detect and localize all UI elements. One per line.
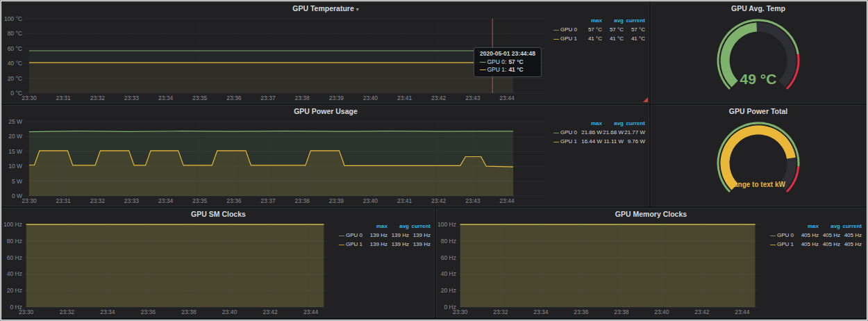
svg-text:23:31: 23:31: [56, 94, 71, 101]
panel-title-text: GPU Temperature: [292, 4, 354, 13]
gpu-power-usage-chart[interactable]: 23:3023:3123:3223:3323:3423:3523:3623:37…: [4, 117, 551, 205]
legend-header-avg[interactable]: avg: [387, 223, 409, 229]
legend-series-gpu1[interactable]: —GPU 1: [770, 241, 798, 247]
legend-avg-value: 405 Hz: [819, 232, 840, 238]
panel-gpu-power-total: GPU Power Total range to text kW: [651, 105, 866, 206]
legend-avg-value: 139 Hz: [387, 241, 409, 247]
legend-avg-value: 405 Hz: [819, 241, 840, 247]
legend-series-gpu0[interactable]: —GPU 0: [770, 232, 798, 238]
svg-text:23:36: 23:36: [574, 308, 589, 315]
chart-tooltip: 2020-05-01 23:44:48 —GPU 0:57 °C —GPU 1:…: [474, 47, 542, 77]
legend-header-current[interactable]: current: [624, 17, 645, 24]
svg-text:10 W: 10 W: [8, 163, 22, 170]
legend-header-max[interactable]: max: [581, 120, 602, 126]
legend-header-max[interactable]: max: [367, 223, 387, 229]
legend-series-gpu0[interactable]: —GPU 0: [339, 232, 367, 238]
svg-text:23:34: 23:34: [158, 94, 174, 101]
gpu-sm-clocks-legend: max avg current —GPU 0 139 Hz 139 Hz 139…: [339, 222, 431, 249]
svg-text:23:40: 23:40: [363, 94, 378, 101]
gpu-memory-clocks-chart[interactable]: 23:3023:3223:3423:3623:3823:4023:4223:44…: [438, 220, 767, 316]
panel-title-gpu-memory-clocks[interactable]: GPU Memory Clocks: [437, 208, 865, 220]
svg-text:5 W: 5 W: [12, 178, 22, 185]
legend-header-max[interactable]: max: [581, 17, 602, 24]
legend-header-current[interactable]: current: [409, 223, 431, 229]
panel-gpu-sm-clocks: GPU SM Clocks 23:3023:3223:3423:3623:382…: [2, 208, 435, 318]
series-color-dash: —: [339, 241, 344, 247]
gpu-memory-clocks-legend: max avg current —GPU 0 405 Hz 405 Hz 405…: [770, 222, 862, 249]
svg-text:40 Hz: 40 Hz: [441, 270, 456, 277]
gpu-power-total-gauge[interactable]: range to text kW: [651, 117, 865, 204]
legend-current-value: 405 Hz: [840, 241, 862, 247]
legend-current-value: 9.76 W: [624, 138, 645, 145]
svg-text:23:37: 23:37: [260, 94, 276, 101]
legend-row-gpu0: —GPU 0 21.86 W 21.68 W 21.77 W: [553, 128, 645, 137]
svg-text:23:33: 23:33: [124, 94, 140, 101]
gpu-power-usage-legend: max avg current —GPU 0 21.86 W 21.68 W 2…: [553, 119, 645, 146]
svg-text:23:32: 23:32: [493, 308, 508, 315]
svg-text:23:42: 23:42: [262, 308, 278, 315]
gpu-sm-clocks-chart[interactable]: 23:3023:3223:3423:3623:3823:4023:4223:44…: [4, 220, 335, 316]
svg-text:23:36: 23:36: [141, 308, 156, 315]
svg-text:23:41: 23:41: [397, 94, 412, 101]
panel-title-text: GPU Power Total: [729, 107, 787, 115]
legend-header-current[interactable]: current: [624, 120, 645, 126]
legend-row-gpu1: —GPU 1 41 °C 41 °C 41 °C: [553, 34, 645, 43]
legend-max-value: 21.86 W: [581, 129, 602, 135]
legend-series-gpu1[interactable]: —GPU 1: [339, 241, 367, 247]
svg-text:23:32: 23:32: [60, 308, 75, 315]
svg-text:23:39: 23:39: [329, 197, 344, 204]
legend-header-avg[interactable]: avg: [819, 223, 840, 229]
legend-current-value: 57 °C: [624, 26, 645, 33]
svg-text:23:37: 23:37: [260, 197, 276, 204]
legend-max-value: 139 Hz: [367, 241, 387, 247]
svg-text:23:35: 23:35: [192, 197, 208, 204]
legend-current-value: 21.77 W: [624, 129, 645, 135]
svg-text:23:40: 23:40: [654, 308, 669, 315]
svg-text:23:34: 23:34: [158, 197, 174, 204]
panel-resize-handle[interactable]: [643, 97, 648, 102]
legend-series-gpu0[interactable]: —GPU 0: [553, 26, 581, 33]
legend-header-avg[interactable]: avg: [602, 17, 624, 24]
svg-text:40 °C: 40 °C: [8, 60, 22, 67]
panel-title-gpu-avg-temp[interactable]: GPU Avg. Temp: [651, 3, 865, 15]
chevron-down-icon: ▾: [356, 6, 359, 13]
legend-avg-value: 11.11 W: [602, 138, 624, 145]
legend-header-avg[interactable]: avg: [602, 120, 624, 126]
panel-title-gpu-temperature[interactable]: GPU Temperature▾: [3, 3, 649, 15]
series-color-dash: —: [553, 26, 559, 33]
legend-row-gpu1: —GPU 1 16.44 W 11.11 W 9.76 W: [553, 137, 645, 146]
svg-text:100 Hz: 100 Hz: [4, 221, 22, 228]
legend-header-current[interactable]: current: [840, 223, 862, 229]
svg-text:range to text kW: range to text kW: [731, 181, 785, 188]
svg-text:23:42: 23:42: [431, 197, 446, 204]
legend-series-gpu1[interactable]: —GPU 1: [553, 138, 581, 145]
panel-title-gpu-power-total[interactable]: GPU Power Total: [651, 106, 865, 117]
legend-header-max[interactable]: max: [798, 223, 819, 229]
panel-gpu-temperature: GPU Temperature▾ 23:3023:3123:3223:3323:…: [2, 2, 649, 104]
svg-text:23:38: 23:38: [294, 197, 310, 204]
svg-text:23:38: 23:38: [294, 94, 310, 101]
legend-avg-value: 21.68 W: [602, 129, 624, 135]
svg-text:60 Hz: 60 Hz: [7, 254, 22, 261]
svg-text:23:31: 23:31: [56, 197, 71, 204]
gpu-avg-temp-gauge[interactable]: 49 °C: [651, 15, 865, 101]
svg-text:23:34: 23:34: [533, 308, 549, 315]
gpu-temperature-chart[interactable]: 23:3023:3123:3223:3323:3423:3523:3623:37…: [4, 15, 551, 102]
panel-title-gpu-sm-clocks[interactable]: GPU SM Clocks: [3, 208, 434, 220]
legend-series-gpu1[interactable]: —GPU 1: [553, 35, 581, 42]
svg-text:60 Hz: 60 Hz: [441, 254, 456, 261]
legend-current-value: 405 Hz: [840, 232, 862, 238]
legend-current-value: 139 Hz: [409, 232, 431, 238]
svg-text:23:32: 23:32: [90, 94, 106, 101]
tooltip-row-gpu0: —GPU 0:57 °C: [480, 58, 535, 66]
svg-text:0 °C: 0 °C: [10, 90, 22, 97]
legend-row-gpu0: —GPU 0 139 Hz 139 Hz 139 Hz: [339, 231, 431, 240]
panel-title-text: GPU Power Usage: [294, 107, 358, 115]
series-color-dash: —: [480, 66, 486, 73]
panel-title-gpu-power-usage[interactable]: GPU Power Usage: [3, 106, 649, 117]
svg-text:0 Hz: 0 Hz: [444, 304, 456, 311]
tooltip-timestamp: 2020-05-01 23:44:48: [480, 50, 535, 57]
svg-text:0 W: 0 W: [12, 192, 22, 199]
svg-text:23:30: 23:30: [22, 197, 37, 204]
legend-series-gpu0[interactable]: —GPU 0: [553, 129, 581, 135]
